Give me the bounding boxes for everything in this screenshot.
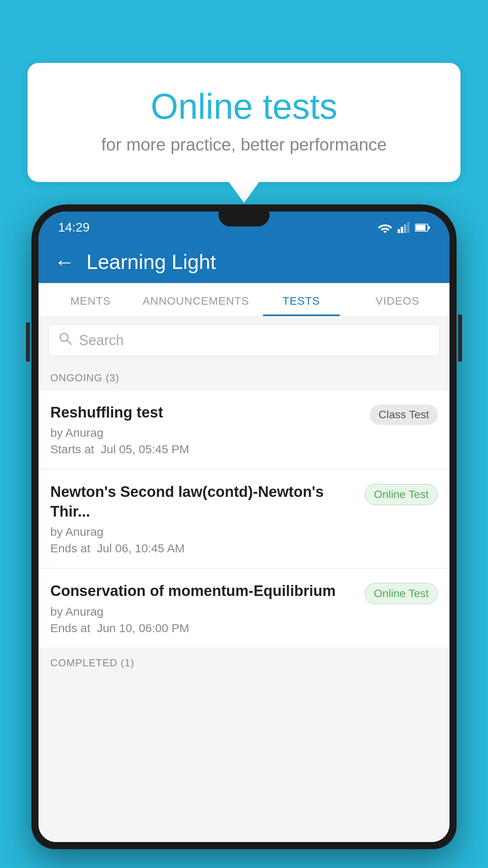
ongoing-section-header: ONGOING (3) — [39, 364, 449, 390]
speech-bubble-tail — [228, 181, 260, 203]
item-by: by Anurag — [50, 605, 357, 618]
search-container: Search — [39, 316, 449, 364]
list-container: ONGOING (3) Reshuffling test by Anurag S… — [39, 364, 449, 842]
tab-tests[interactable]: TESTS — [253, 283, 349, 316]
svg-rect-2 — [404, 224, 406, 233]
back-button[interactable]: ← — [54, 250, 75, 274]
status-time: 14:29 — [58, 220, 90, 235]
app-title: Learning Light — [86, 250, 216, 274]
time-label: Ends at — [50, 622, 90, 634]
item-content: Newton's Second law(contd)-Newton's Thir… — [50, 482, 365, 555]
speech-bubble: Online tests for more practice, better p… — [28, 63, 460, 182]
speech-bubble-subtitle: for more practice, better performance — [59, 135, 429, 154]
tabs-container: MENTS ANNOUNCEMENTS TESTS VIDEOS — [39, 283, 449, 316]
item-content: Conservation of momentum-Equilibrium by … — [50, 581, 365, 634]
item-title: Conservation of momentum-Equilibrium — [50, 581, 357, 601]
list-item[interactable]: Newton's Second law(contd)-Newton's Thir… — [39, 470, 449, 568]
speech-bubble-title: Online tests — [59, 86, 429, 127]
phone-container: 14:29 — [31, 204, 457, 868]
phone-screen: 14:29 — [39, 211, 449, 842]
time-label: Starts at — [50, 443, 94, 456]
time-value: Jul 05, 05:45 PM — [101, 443, 189, 456]
phone-notch — [218, 211, 270, 226]
item-content: Reshuffling test by Anurag Starts at Jul… — [50, 403, 370, 456]
phone-frame: 14:29 — [31, 204, 457, 849]
tab-videos[interactable]: VIDEOS — [349, 283, 446, 316]
svg-line-8 — [67, 340, 71, 344]
tab-announcements[interactable]: ANNOUNCEMENTS — [139, 283, 253, 316]
time-value: Jun 10, 06:00 PM — [97, 622, 189, 634]
svg-rect-3 — [407, 222, 409, 233]
completed-section-header: COMPLETED (1) — [39, 649, 449, 675]
svg-rect-5 — [428, 226, 430, 229]
list-item[interactable]: Conservation of momentum-Equilibrium by … — [39, 569, 449, 647]
item-by: by Anurag — [50, 525, 357, 539]
battery-icon — [415, 223, 430, 232]
tab-ments[interactable]: MENTS — [42, 283, 139, 316]
item-time: Ends at Jun 10, 06:00 PM — [50, 622, 357, 635]
svg-rect-1 — [401, 227, 403, 233]
time-value: Jul 06, 10:45 AM — [97, 542, 184, 555]
svg-rect-0 — [398, 229, 400, 233]
item-title: Newton's Second law(contd)-Newton's Thir… — [50, 482, 357, 521]
list-item[interactable]: Reshuffling test by Anurag Starts at Jul… — [39, 390, 449, 469]
badge-online-test-2: Online Test — [365, 583, 438, 604]
item-title: Reshuffling test — [50, 403, 362, 422]
badge-online-test: Online Test — [365, 484, 438, 505]
item-by: by Anurag — [50, 426, 362, 440]
speech-bubble-container: Online tests for more practice, better p… — [28, 63, 460, 203]
search-box[interactable]: Search — [48, 324, 440, 356]
time-label: Ends at — [50, 542, 90, 555]
search-icon — [59, 332, 72, 349]
app-header: ← Learning Light — [39, 241, 449, 283]
status-icons — [378, 222, 430, 233]
wifi-icon — [378, 222, 392, 233]
badge-class-test: Class Test — [370, 405, 438, 425]
svg-rect-6 — [416, 225, 426, 230]
item-time: Starts at Jul 05, 05:45 PM — [50, 443, 362, 456]
item-time: Ends at Jul 06, 10:45 AM — [50, 542, 357, 555]
search-placeholder: Search — [79, 332, 124, 349]
signal-icon — [398, 222, 409, 233]
